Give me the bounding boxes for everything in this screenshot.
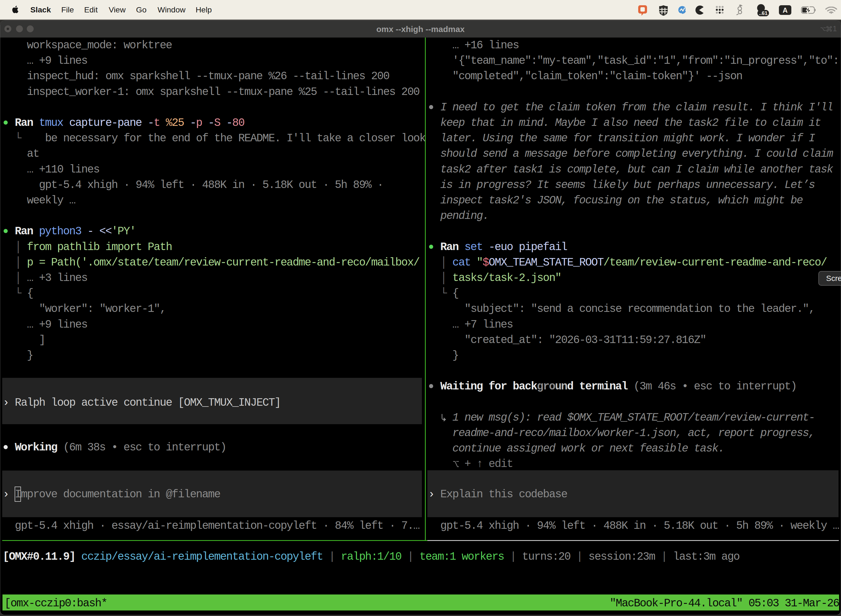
svg-text:..61: ..61 [759,10,768,16]
svg-text:A: A [782,6,787,14]
